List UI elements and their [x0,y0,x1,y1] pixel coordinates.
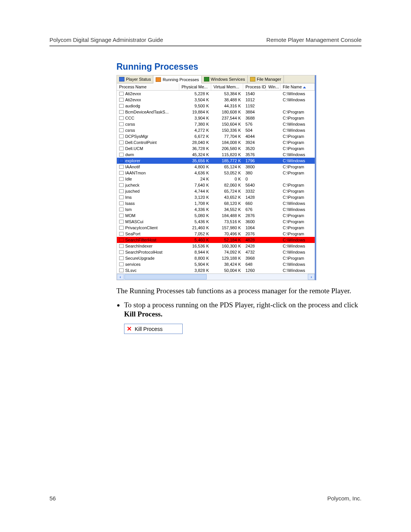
kill-process-menu-item[interactable]: ✕ Kill Process [124,324,183,334]
column-header[interactable]: Win... [266,83,280,90]
process-icon [119,98,124,102]
file-name: C:\Windows [280,91,315,97]
scroll-track[interactable] [124,274,307,280]
win-col [266,152,280,158]
column-header[interactable]: Physical Me... [179,83,211,90]
process-name: lms [125,194,132,200]
file-name: C:\Windows [280,97,315,103]
process-row[interactable]: audiodg9,500 K44,316 K1192 [117,103,315,109]
win-col [266,170,280,176]
file-name [280,176,315,182]
process-id: 504 [243,127,266,133]
process-row[interactable]: SLsvc3,828 K50,004 K1260C:\Windows [117,267,315,273]
process-icon [119,244,124,248]
process-name: explorer [125,158,140,164]
win-col [266,219,280,225]
column-headers[interactable]: Process NamePhysical Me...Virtual Mem...… [117,83,315,91]
process-row[interactable]: jusched4,744 K65,724 K3332C:\Program [117,188,315,194]
process-row[interactable]: Dell.UCM36,728 K206,580 K3520C:\Program [117,145,315,152]
column-header[interactable]: File Name [280,83,315,90]
process-row[interactable]: lms3,120 K43,652 K1428C:\Program [117,194,315,200]
process-row[interactable]: BcmDeviceAndTaskS...19,884 K180,608 K388… [117,109,315,115]
process-row[interactable]: MOM5,080 K184,488 K2876C:\Program [117,212,315,219]
process-row[interactable]: SearchFilterHost5,460 K52,184 K4828C:\Wi… [117,237,315,243]
file-name: C:\Windows [280,243,315,249]
virtual-mem: 74,092 K [211,249,243,255]
process-icon [119,232,124,236]
process-icon [119,256,124,260]
process-name: CCC [125,115,134,121]
tab-file-manager[interactable]: File Manager [248,75,284,83]
column-header[interactable]: Process Name [117,83,179,90]
horizontal-scrollbar[interactable]: ‹ › [117,273,315,280]
virtual-mem: 38,488 K [211,97,243,103]
process-row[interactable]: Idle24 K0 K0 [117,176,315,182]
physical-mem: 5,228 K [179,91,211,97]
section-heading: Running Processes [116,62,362,72]
process-id: 3332 [243,188,266,194]
process-row[interactable]: jucheck7,640 K82,060 K5640C:\Program [117,182,315,188]
physical-mem: 9,500 K [179,103,211,109]
physical-mem: 3,828 K [179,267,211,273]
process-name: dwm [125,152,134,158]
win-col [266,176,280,182]
virtual-mem: 65,124 K [211,164,243,170]
physical-mem: 7,052 K [179,231,211,237]
virtual-mem: 157,980 K [211,225,243,231]
process-icon [119,208,124,211]
win-col [266,188,280,194]
process-row[interactable]: services5,904 K38,424 K648C:\Windows [117,261,315,267]
process-list[interactable]: Ati2evxx5,228 K53,384 K1540C:\WindowsAti… [117,91,315,273]
scroll-thumb[interactable] [124,274,207,280]
process-icon [119,134,124,138]
column-header[interactable]: Process ID [243,83,266,90]
process-row[interactable]: Dell.ControlPoint28,040 K184,008 K3924C:… [117,139,315,145]
process-row[interactable]: IAANTmon4,636 K53,052 K380C:\Program [117,170,315,176]
virtual-mem: 160,300 K [211,243,243,249]
process-name: IAANTmon [125,170,146,176]
process-row[interactable]: IAAnotif4,800 K65,124 K3800C:\Program [117,164,315,170]
process-row[interactable]: Ati2evxx5,228 K53,384 K1540C:\Windows [117,91,315,97]
process-row[interactable]: MSASCui5,436 K73,516 K3600C:\Program [117,219,315,225]
tab-windows-services[interactable]: Windows Services [202,75,248,83]
virtual-mem: 70,496 K [211,231,243,237]
virtual-mem: 184,488 K [211,212,243,219]
process-row[interactable]: Ati2evxx3,504 K38,488 K1012C:\Windows [117,97,315,103]
virtual-mem: 73,516 K [211,219,243,225]
process-row[interactable]: SeaPort7,052 K70,496 K2076C:\Program [117,231,315,237]
process-row[interactable]: SecureUpgrade8,800 K129,188 K3968C:\Prog… [117,255,315,261]
win-col [266,255,280,261]
virtual-mem: 82,060 K [211,182,243,188]
win-col [266,164,280,170]
virtual-mem: 44,316 K [211,103,243,109]
file-name: C:\Program [280,109,315,115]
process-row[interactable]: explorer35,656 K185,772 K1796C:\Windows [117,158,315,164]
process-row[interactable]: SearchProtocolHost8,944 K74,092 K4732C:\… [117,249,315,255]
scroll-right-button[interactable]: › [308,274,315,280]
process-row[interactable]: dwm45,324 K115,820 K3576C:\Windows [117,152,315,158]
file-name: C:\Program [280,212,315,219]
column-header[interactable]: Virtual Mem... [211,83,243,90]
tab-player-status[interactable]: Player Status [117,75,153,83]
process-row[interactable]: DCPSysMgr6,672 K77,704 K4044C:\Program [117,133,315,139]
process-row[interactable]: SearchIndexer16,536 K160,300 K2428C:\Win… [117,243,315,249]
process-row[interactable]: csrss7,380 K150,604 K576C:\Windows [117,121,315,127]
process-row[interactable]: csrss4,272 K150,336 K504C:\Windows [117,127,315,133]
file-name: C:\Program [280,133,315,139]
process-id: 660 [243,200,266,206]
process-row[interactable]: lsm4,336 K34,552 K676C:\Windows [117,206,315,212]
file-name: C:\Windows [280,200,315,206]
tab-icon [250,77,255,81]
process-row[interactable]: lsass1,708 K68,120 K660C:\Windows [117,200,315,206]
physical-mem: 4,744 K [179,188,211,194]
process-row[interactable]: PrivacyIconClient21,460 K157,980 K1064C:… [117,225,315,231]
tab-running-processes[interactable]: Running Processes [153,76,201,83]
process-id: 1012 [243,97,266,103]
file-name: C:\Program [280,255,315,261]
process-row[interactable]: CCC3,904 K237,544 K3688C:\Program [117,115,315,121]
process-id: 2876 [243,212,266,219]
virtual-mem: 206,580 K [211,145,243,152]
scroll-left-button[interactable]: ‹ [117,274,124,280]
tab-icon [204,77,209,81]
physical-mem: 45,324 K [179,152,211,158]
